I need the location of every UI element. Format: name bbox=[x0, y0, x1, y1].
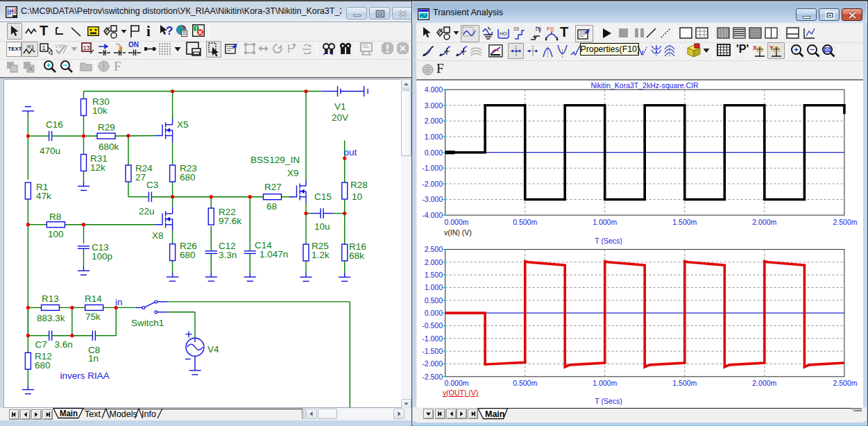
svg-text:Main: Main bbox=[60, 409, 78, 418]
svg-text:R27: R27 bbox=[264, 182, 282, 192]
svg-text:V4: V4 bbox=[207, 344, 219, 355]
svg-text:1: 1 bbox=[42, 44, 45, 51]
svg-text:0.000m: 0.000m bbox=[445, 379, 469, 387]
svg-text:10: 10 bbox=[513, 26, 519, 31]
svg-text:1.2k: 1.2k bbox=[312, 250, 330, 260]
svg-text:2.000: 2.000 bbox=[425, 117, 443, 125]
svg-text:0.000m: 0.000m bbox=[445, 218, 469, 226]
svg-text:0.000: 0.000 bbox=[425, 309, 443, 317]
svg-text:1.0: 1.0 bbox=[535, 26, 541, 31]
svg-text:R13: R13 bbox=[42, 293, 59, 304]
svg-text:47k: 47k bbox=[36, 191, 51, 201]
svg-text:?: ? bbox=[166, 24, 173, 37]
svg-text:R1: R1 bbox=[27, 44, 35, 50]
svg-text:1.000m: 1.000m bbox=[593, 379, 617, 387]
svg-text:C15: C15 bbox=[314, 191, 332, 202]
svg-text:680: 680 bbox=[180, 172, 196, 182]
svg-text:-1.000: -1.000 bbox=[422, 164, 443, 172]
svg-text:1.000m: 1.000m bbox=[593, 218, 617, 226]
svg-text:R8: R8 bbox=[49, 212, 61, 222]
svg-text:Models: Models bbox=[110, 409, 137, 419]
svg-text:R14: R14 bbox=[85, 293, 102, 304]
svg-text:100p: 100p bbox=[92, 251, 112, 262]
svg-text:12k: 12k bbox=[90, 162, 105, 173]
svg-text:-0.500: -0.500 bbox=[422, 321, 443, 330]
svg-text:out: out bbox=[344, 147, 357, 157]
svg-text:22u: 22u bbox=[139, 206, 155, 216]
svg-text:2.500: 2.500 bbox=[425, 245, 443, 253]
svg-text:invers RIAA: invers RIAA bbox=[60, 370, 110, 381]
svg-text:13: 13 bbox=[83, 44, 90, 51]
svg-text:68: 68 bbox=[266, 201, 277, 212]
svg-text:C7: C7 bbox=[35, 339, 47, 350]
svg-text:1.500: 1.500 bbox=[425, 271, 443, 279]
svg-text:1.500m: 1.500m bbox=[672, 379, 697, 387]
svg-text:680k: 680k bbox=[99, 142, 119, 152]
svg-text:1.000: 1.000 bbox=[425, 283, 443, 291]
svg-text:97.6k: 97.6k bbox=[219, 216, 241, 226]
svg-text:3.3n: 3.3n bbox=[219, 250, 237, 260]
svg-text:V1: V1 bbox=[334, 101, 346, 112]
svg-text:4.000: 4.000 bbox=[425, 85, 443, 94]
svg-text:0.500m: 0.500m bbox=[513, 218, 537, 226]
svg-text:20V: 20V bbox=[332, 112, 348, 123]
svg-text:10k: 10k bbox=[92, 105, 108, 116]
svg-text:100: 100 bbox=[48, 229, 64, 239]
svg-text:Main: Main bbox=[485, 409, 504, 419]
svg-text:C16: C16 bbox=[46, 119, 63, 130]
svg-text:0.000: 0.000 bbox=[425, 148, 443, 157]
svg-text:1.000: 1.000 bbox=[425, 133, 443, 141]
svg-text:X8: X8 bbox=[152, 230, 164, 241]
svg-text:T (Secs): T (Secs) bbox=[595, 237, 622, 245]
svg-text:2.500m: 2.500m bbox=[833, 218, 857, 226]
svg-text:0.500m: 0.500m bbox=[513, 379, 537, 387]
svg-text:27: 27 bbox=[135, 172, 146, 182]
svg-text:1.047n: 1.047n bbox=[259, 249, 288, 259]
svg-text:v(IN) (V): v(IN) (V) bbox=[444, 228, 472, 237]
svg-text:1.500m: 1.500m bbox=[672, 218, 697, 226]
svg-text:Nikitin_Kora3T_2kHz-square.CIR: Nikitin_Kora3T_2kHz-square.CIR bbox=[590, 81, 699, 90]
svg-text:10: 10 bbox=[352, 191, 362, 202]
svg-text:-2.500: -2.500 bbox=[422, 373, 443, 381]
svg-text:-2.000: -2.000 bbox=[422, 180, 443, 188]
svg-text:-1.500: -1.500 bbox=[422, 347, 443, 355]
svg-text:3.000: 3.000 bbox=[425, 101, 443, 110]
svg-text:2.500m: 2.500m bbox=[833, 379, 857, 387]
svg-text:-1.000: -1.000 bbox=[422, 334, 443, 343]
svg-text:X5: X5 bbox=[177, 119, 189, 130]
svg-text:R28: R28 bbox=[350, 180, 368, 190]
svg-text:C3: C3 bbox=[146, 180, 158, 190]
svg-text:0.500: 0.500 bbox=[425, 296, 443, 305]
svg-text:R29: R29 bbox=[98, 122, 115, 133]
svg-text:10u: 10u bbox=[314, 221, 330, 232]
svg-text:75k: 75k bbox=[85, 312, 101, 322]
svg-text:v(OUT) (V): v(OUT) (V) bbox=[443, 389, 478, 397]
svg-text:3.6n: 3.6n bbox=[55, 339, 73, 350]
svg-text:Switch1: Switch1 bbox=[131, 318, 164, 328]
svg-text:F(): F() bbox=[547, 26, 554, 32]
svg-text:2.000m: 2.000m bbox=[752, 379, 776, 387]
svg-text:Text: Text bbox=[85, 409, 101, 419]
svg-text:680: 680 bbox=[180, 250, 196, 260]
svg-text:BSS129_IN: BSS129_IN bbox=[250, 155, 300, 165]
svg-text:in: in bbox=[115, 297, 123, 307]
svg-text:2.000m: 2.000m bbox=[752, 218, 776, 226]
svg-text:68k: 68k bbox=[349, 250, 364, 261]
svg-text:-4.000: -4.000 bbox=[422, 211, 443, 219]
svg-text:-3.000: -3.000 bbox=[422, 195, 443, 203]
svg-text:X9: X9 bbox=[287, 168, 299, 178]
svg-text:2.000: 2.000 bbox=[425, 258, 443, 266]
svg-text:ON: ON bbox=[128, 41, 139, 49]
svg-text:HO: HO bbox=[500, 31, 507, 36]
svg-text:T (Secs): T (Secs) bbox=[595, 397, 622, 405]
svg-text:Info: Info bbox=[142, 409, 156, 419]
svg-text:680: 680 bbox=[35, 360, 51, 370]
svg-text:883.3k: 883.3k bbox=[37, 313, 65, 323]
svg-text:470u: 470u bbox=[40, 146, 60, 156]
svg-text:-2.000: -2.000 bbox=[422, 359, 443, 368]
svg-text:1n: 1n bbox=[88, 353, 99, 364]
